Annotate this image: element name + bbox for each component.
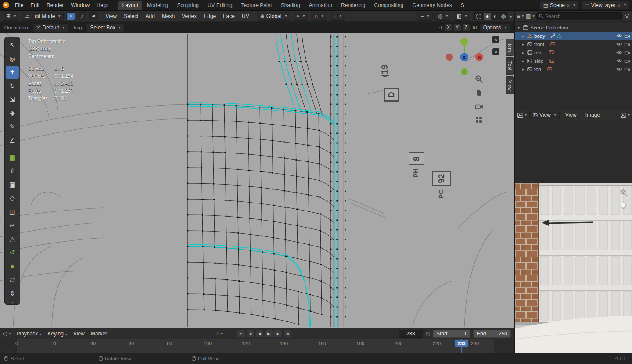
modifier-wrench-icon[interactable] — [550, 33, 555, 38]
menu-file[interactable]: File — [12, 1, 26, 9]
edge-slide-tool[interactable]: ⇄ — [6, 273, 19, 286]
hide-eye-icon[interactable] — [616, 42, 622, 46]
poly-build-tool[interactable]: △ — [6, 232, 19, 245]
cursor-tool[interactable]: ◎ — [6, 52, 19, 65]
pivot-point-dropdown[interactable]: ⌖ — [293, 12, 308, 21]
image-view-dropdown[interactable]: View — [529, 111, 560, 119]
outliner-search[interactable] — [536, 12, 622, 20]
zoom-button[interactable] — [474, 74, 484, 84]
auto-keying-button[interactable]: ◌ — [216, 331, 223, 337]
gizmo-y-neg-axis[interactable] — [461, 69, 468, 75]
extrude-tool[interactable]: ⇧ — [6, 164, 19, 177]
snap-target-icon[interactable]: ⊞ — [473, 25, 477, 31]
menu-add[interactable]: Add — [143, 12, 158, 20]
axis-y-button[interactable]: Y — [453, 24, 461, 31]
overlays-button[interactable]: ◍ — [434, 12, 452, 21]
menu-edge[interactable]: Edge — [201, 12, 219, 20]
jump-to-start-button[interactable]: ⇤ — [237, 330, 245, 338]
face-select-button[interactable]: ▰ — [89, 12, 98, 20]
expand-region-button[interactable]: « — [492, 36, 499, 43]
hide-eye-icon[interactable] — [616, 50, 622, 54]
measure-tool[interactable]: ∠ — [6, 134, 19, 146]
spin-tool[interactable]: ↺ — [6, 246, 19, 259]
transform-orientation-dropdown[interactable]: ⊕ Global — [257, 12, 291, 21]
image-zoom-icon[interactable] — [620, 188, 627, 195]
snap-dropdown[interactable]: ∩ — [311, 12, 327, 21]
workspace-tab-layout[interactable]: Layout — [118, 1, 142, 10]
workspace-tab-compositing[interactable]: Compositing — [370, 1, 407, 10]
timeline-editor-type-button[interactable]: ◷ — [3, 331, 11, 337]
outliner-row-scene-collection[interactable]: ▾ Scene Collection — [515, 23, 632, 32]
workspace-tab-scripting[interactable]: S — [457, 1, 468, 10]
shading-solid-button[interactable]: ● — [484, 13, 491, 20]
smooth-tool[interactable]: ● — [6, 260, 19, 272]
shading-material-button[interactable]: ◐ — [491, 13, 499, 20]
timeline-menu-playback[interactable]: Playback — [14, 330, 45, 338]
options-dropdown[interactable]: Options — [480, 23, 510, 32]
menu-help[interactable]: Help — [93, 1, 111, 9]
play-reverse-button[interactable]: ◀ — [255, 330, 264, 338]
current-frame-field[interactable]: 233 — [399, 330, 423, 338]
start-frame-field[interactable]: Start1 — [433, 330, 470, 338]
rotate-tool[interactable]: ↻ — [6, 79, 19, 92]
hide-eye-icon[interactable] — [616, 67, 622, 71]
timeline-menu-keying[interactable]: Keying — [44, 330, 70, 338]
mode-dropdown[interactable]: ▱ Edit Mode — [22, 12, 64, 21]
edge-select-button[interactable]: ╱ — [78, 12, 86, 20]
hide-eye-icon[interactable] — [616, 59, 622, 63]
xray-button[interactable]: ◧ — [453, 12, 470, 21]
show-gizmo-button[interactable]: ⌁ — [417, 12, 432, 21]
gizmo-x-neg-axis[interactable] — [446, 54, 453, 61]
disable-render-icon[interactable] — [624, 67, 630, 71]
shrink-fatten-tool[interactable]: ⇕ — [6, 287, 19, 300]
clock-icon[interactable]: ◷ — [426, 331, 430, 337]
outliner-row-body[interactable]: ▸ body — [515, 32, 632, 40]
editor-type-button[interactable]: ⊞ — [3, 12, 19, 21]
shading-wireframe-button[interactable]: ◯ — [474, 13, 484, 20]
workspace-tab-modeling[interactable]: Modeling — [143, 1, 172, 10]
disclosure-icon[interactable]: ▾ — [517, 25, 521, 30]
prev-keyframe-button[interactable]: ◄ — [246, 330, 255, 338]
disclosure-icon[interactable]: ▸ — [521, 34, 525, 38]
workspace-tab-uv-editing[interactable]: UV Editing — [204, 1, 237, 10]
end-frame-field[interactable]: End250 — [473, 330, 511, 338]
disclosure-icon[interactable]: ▸ — [521, 42, 525, 46]
move-tool[interactable]: + — [6, 66, 19, 79]
disclosure-icon[interactable]: ▸ — [521, 59, 525, 63]
workspace-tab-rendering[interactable]: Rendering — [337, 1, 369, 10]
axis-x-button[interactable]: X — [445, 24, 452, 31]
vertex-select-button[interactable]: • — [66, 12, 75, 20]
image-pan-icon[interactable] — [620, 201, 627, 208]
expand-region-button-2[interactable]: « — [492, 48, 499, 55]
workspace-tab-shading[interactable]: Shading — [277, 1, 304, 10]
menu-render[interactable]: Render — [43, 1, 67, 9]
menu-edit[interactable]: Edit — [27, 1, 43, 9]
disclosure-icon[interactable]: ▸ — [521, 67, 525, 71]
menu-vertex[interactable]: Vertex — [179, 12, 200, 20]
toolbar-expand-icon[interactable]: ⌄ — [11, 300, 14, 303]
viewport-3d[interactable]: Top Orthographic (233) body Centimeters … — [0, 33, 514, 328]
scene-selector[interactable]: ▤ Scene — [540, 1, 579, 10]
camera-view-button[interactable] — [474, 101, 484, 111]
menu-window[interactable]: Window — [68, 1, 93, 9]
search-input[interactable] — [546, 14, 619, 19]
bevel-tool[interactable]: ◇ — [6, 192, 19, 204]
proportional-edit-dropdown[interactable]: ◌ — [330, 12, 345, 21]
viewlayer-selector[interactable]: ≣ ViewLayer — [582, 1, 629, 10]
image-browse-button[interactable] — [621, 113, 630, 118]
disable-render-icon[interactable] — [624, 50, 630, 55]
sidebar-tab-item[interactable]: Item — [506, 39, 514, 56]
timeline-ruler[interactable]: 0 20 40 60 80 100 120 140 160 180 200 22… — [0, 339, 514, 353]
workspace-tab-sculpting[interactable]: Sculpting — [173, 1, 203, 10]
perspective-toggle-button[interactable] — [474, 114, 484, 125]
scale-tool[interactable]: ⇲ — [6, 93, 19, 106]
timeline-menu-marker[interactable]: Marker — [88, 330, 110, 338]
filter-icon[interactable] — [624, 14, 630, 18]
menu-uv[interactable]: UV — [239, 12, 252, 20]
image-editor-type-button[interactable] — [517, 113, 527, 118]
disable-render-icon[interactable] — [624, 42, 630, 46]
jump-to-end-button[interactable]: ⇥ — [283, 330, 291, 338]
scene-unlink-icon[interactable] — [567, 2, 570, 8]
knife-tool[interactable]: ✂ — [6, 219, 19, 232]
disclosure-icon[interactable]: ▸ — [521, 50, 525, 55]
